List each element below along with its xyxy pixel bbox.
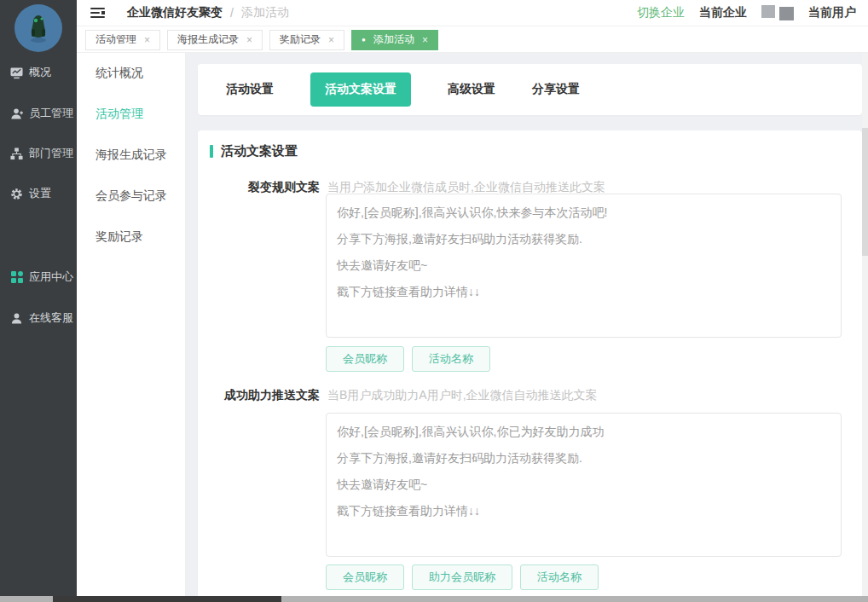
insert-assist-member-nickname-button[interactable]: 助力会员昵称 <box>412 564 512 590</box>
close-tab-icon[interactable]: × <box>144 34 150 46</box>
tab-activity-settings[interactable]: 活动设置 <box>226 82 274 97</box>
topbar: 企业微信好友聚变 / 添加活动 切换企业 当前企业 当前用户 <box>77 0 868 26</box>
vertical-scrollbar[interactable] <box>862 53 868 596</box>
current-user-label: 当前用户 <box>808 5 856 20</box>
sidebar-item-label: 在线客服 <box>29 310 73 326</box>
open-tabs-strip: 活动管理 × 海报生成记录 × 奖励记录 × ● 添加活动 × <box>77 27 868 53</box>
section-accent-bar <box>210 145 213 158</box>
staff-icon <box>10 107 23 120</box>
subnav-item-stats-overview[interactable]: 统计概况 <box>77 53 185 94</box>
subnav-item-activity-management[interactable]: 活动管理 <box>77 94 185 135</box>
field-label: 成功助力推送文案 <box>198 388 320 403</box>
sidebar-item-label: 设置 <box>29 186 51 201</box>
vertical-scrollbar-thumb[interactable] <box>862 128 868 256</box>
insert-activity-name-button[interactable]: 活动名称 <box>520 564 599 590</box>
close-tab-icon[interactable]: × <box>246 34 252 46</box>
insert-token-buttons-row-2: 会员昵称 助力会员昵称 活动名称 <box>326 564 599 590</box>
sidebar-item-overview[interactable]: 概况 <box>0 64 77 81</box>
apps-grid-icon <box>10 271 23 284</box>
open-tab-label: 添加活动 <box>373 32 414 47</box>
department-icon <box>10 148 23 160</box>
activity-copy-panel: 活动文案设置 裂变规则文案 当用户添加企业微信成员时,企业微信自动推送此文案 你… <box>198 130 862 602</box>
form-step-tabs: 活动设置 活动文案设置 高级设置 分享设置 <box>198 64 862 115</box>
settings-gear-icon <box>10 188 23 200</box>
switch-company-link[interactable]: 切换企业 <box>637 5 685 20</box>
sidebar-item-departments[interactable]: 部门管理 <box>0 145 77 162</box>
company-logo-image-2 <box>779 7 794 20</box>
insert-member-nickname-button[interactable]: 会员昵称 <box>326 346 404 372</box>
subnav-item-member-participation[interactable]: 会员参与记录 <box>77 176 185 217</box>
secondary-sidebar: 统计概况 活动管理 海报生成记录 会员参与记录 奖励记录 <box>77 53 186 602</box>
field-label: 裂变规则文案 <box>198 180 320 195</box>
breadcrumb-page: 添加活动 <box>241 5 289 20</box>
tab-advanced-settings[interactable]: 高级设置 <box>448 82 495 97</box>
sidebar-item-label: 部门管理 <box>29 146 73 161</box>
horizontal-scrollbar-thumb[interactable] <box>53 596 281 602</box>
primary-sidebar: 概况 员工管理 部门管理 设置 应用中心 在线客服 <box>0 0 77 602</box>
breadcrumb: 企业微信好友聚变 / 添加活动 <box>127 5 289 20</box>
brand-avatar[interactable] <box>14 4 62 52</box>
section-header: 活动文案设置 <box>210 143 298 159</box>
open-tab-label: 奖励记录 <box>280 32 321 47</box>
sidebar-item-label: 概况 <box>29 65 51 80</box>
insert-activity-name-button[interactable]: 活动名称 <box>412 346 490 372</box>
main-area: 活动设置 活动文案设置 高级设置 分享设置 活动文案设置 裂变规则文案 当用户添… <box>186 53 868 602</box>
open-tab-reward-records[interactable]: 奖励记录 × <box>269 30 344 50</box>
sidebar-item-app-center[interactable]: 应用中心 <box>0 269 77 286</box>
dashboard-icon <box>10 67 23 79</box>
sidebar-item-customer-service[interactable]: 在线客服 <box>0 310 77 327</box>
sidebar-item-staff[interactable]: 员工管理 <box>0 105 77 122</box>
company-logo-images <box>761 5 794 20</box>
breadcrumb-separator: / <box>230 6 234 20</box>
tab-share-settings[interactable]: 分享设置 <box>532 82 580 97</box>
breadcrumb-app: 企业微信好友聚变 <box>127 5 223 20</box>
open-tab-label: 活动管理 <box>95 32 136 47</box>
assist-success-copy-textarea[interactable]: 你好,[会员昵称],很高兴认识你,你已为好友助力成功 分享下方海报,邀请好友扫码… <box>326 413 842 557</box>
collapse-menu-icon[interactable] <box>90 8 105 18</box>
close-tab-icon[interactable]: × <box>422 34 428 46</box>
field-hint: 当B用户成功助力A用户时,企业微信自动推送此文案 <box>327 388 598 403</box>
sidebar-item-settings[interactable]: 设置 <box>0 185 77 202</box>
open-tab-poster-records[interactable]: 海报生成记录 × <box>167 30 263 50</box>
horizontal-scrollbar[interactable] <box>0 596 868 602</box>
field-assist-success-label-row: 成功助力推送文案 当B用户成功助力A用户时,企业微信自动推送此文案 <box>198 388 862 403</box>
current-company-label: 当前企业 <box>699 5 747 20</box>
open-tab-activity-management[interactable]: 活动管理 × <box>85 30 160 50</box>
subnav-item-reward-records[interactable]: 奖励记录 <box>77 217 185 258</box>
fission-rule-copy-textarea[interactable]: 你好,[会员昵称],很高兴认识你,快来参与本次活动吧! 分享下方海报,邀请好友扫… <box>326 194 842 338</box>
open-tab-label: 海报生成记录 <box>177 32 239 47</box>
open-tab-add-activity[interactable]: ● 添加活动 × <box>351 30 438 50</box>
sidebar-item-label: 员工管理 <box>29 106 73 121</box>
subnav-item-poster-records[interactable]: 海报生成记录 <box>77 135 185 176</box>
topbar-right: 切换企业 当前企业 当前用户 <box>637 5 856 20</box>
brand-figure-icon <box>24 12 53 44</box>
tab-activity-copy-settings[interactable]: 活动文案设置 <box>310 72 411 107</box>
customer-service-icon <box>10 312 23 325</box>
active-tab-dot-icon: ● <box>362 37 366 43</box>
section-title: 活动文案设置 <box>221 143 298 159</box>
close-tab-icon[interactable]: × <box>328 34 334 46</box>
insert-token-buttons-row-1: 会员昵称 活动名称 <box>326 346 490 372</box>
insert-member-nickname-button[interactable]: 会员昵称 <box>326 564 404 590</box>
company-logo-image-1 <box>761 5 775 18</box>
sidebar-item-label: 应用中心 <box>29 269 73 285</box>
